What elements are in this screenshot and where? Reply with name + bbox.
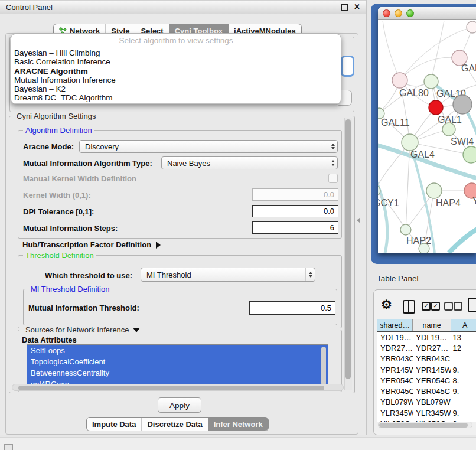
tab-impute-data[interactable]: Impute Data [87, 418, 142, 431]
threshold-definition-group: Threshold Definition Which threshold to … [18, 255, 342, 328]
mi-threshold-label: Mutual Information Threshold: [28, 304, 139, 312]
apply-button[interactable]: Apply [158, 397, 201, 413]
aracne-mode-combobox[interactable]: Discovery [79, 140, 338, 153]
dropdown-options: Bayesian – Hill ClimbingBasic Correlatio… [11, 48, 341, 103]
table-row[interactable]: YDR27…YDR27…12 [377, 343, 476, 353]
focused-combobox-fragment[interactable] [341, 56, 354, 77]
tab-label: Infer Network [214, 420, 263, 429]
threshold-definition-legend: Threshold Definition [23, 251, 96, 260]
node-label-y: Y [472, 196, 476, 206]
mi-threshold-field[interactable]: 0.5 [249, 301, 335, 315]
dropdown-option-basic-correlation-inference[interactable]: Basic Correlation Inference [14, 57, 341, 66]
manual-kernel-checkbox[interactable] [328, 174, 338, 183]
node-label-gal1: GAL1 [438, 115, 462, 125]
deselect-columns-icon[interactable] [444, 302, 453, 311]
sources-legend: Sources for Network Inference [23, 325, 142, 334]
mi-type-label: Mutual Information Algorithm Type: [23, 159, 152, 168]
deselect-columns-icon[interactable] [454, 302, 462, 311]
settings-hscrollbar-thumb[interactable] [18, 386, 324, 390]
restore-panel-icon[interactable] [4, 444, 13, 450]
network-node-hap4[interactable] [426, 183, 442, 198]
node-label-gal11: GAL11 [381, 118, 410, 128]
dropdown-option-bayesian-hill-climbing[interactable]: Bayesian – Hill Climbing [14, 48, 341, 57]
zoom-traffic-light-icon[interactable] [406, 9, 414, 17]
table-cell: 13 [451, 333, 476, 342]
settings-scrollbar-thumb[interactable] [345, 119, 351, 379]
divider-collapse-icon[interactable] [357, 217, 360, 223]
table-hscrollbar-thumb[interactable] [379, 423, 468, 428]
control-panel-title: Control Panel [6, 3, 53, 12]
column-header-shared-[interactable]: shared… [377, 319, 413, 331]
node-partial-top[interactable] [467, 21, 476, 33]
mi-threshold-group: MI Threshold Definition Mutual Informati… [23, 289, 337, 325]
node-red[interactable] [429, 100, 443, 115]
dropdown-option-dream8-dc-tdc-algorithm[interactable]: Dream8 DC_TDC Algorithm [14, 93, 341, 102]
tab-discretize-data[interactable]: Discretize Data [142, 418, 208, 431]
data-attributes-label: Data Attributes [22, 335, 77, 344]
table-cell: YLR345W [413, 409, 451, 418]
table-row[interactable]: YPR145WYPR145W9. [377, 364, 476, 375]
select-columns-icon[interactable]: ✓ [431, 302, 440, 311]
mi-type-combobox[interactable]: Naive Bayes [161, 156, 338, 169]
mi-threshold-value: 0.5 [321, 304, 331, 312]
table-row[interactable]: YLR345WYLR345W9. [377, 407, 476, 418]
minimize-traffic-light-icon[interactable] [395, 9, 402, 17]
gear-icon[interactable]: ⚙ [381, 298, 392, 312]
network-node-gal10[interactable] [424, 74, 438, 89]
node-label-swi4: SWI4 [451, 136, 474, 146]
close-icon[interactable]: ✕ [354, 4, 360, 11]
network-node-gal1[interactable] [442, 123, 455, 136]
node-partial-bottom[interactable] [419, 243, 429, 253]
attribute-item-selfloops[interactable]: SelfLoops [27, 345, 328, 356]
kernel-width-field[interactable]: 0.0 [252, 188, 338, 201]
collapse-arrow-icon[interactable] [133, 328, 140, 332]
dropdown-option-aracne-algorithm[interactable]: ARACNE Algorithm [14, 67, 341, 76]
table-row[interactable]: YDL19…YDL19…13 [377, 332, 476, 343]
attribute-item-betweennesscentrality[interactable]: BetweennessCentrality [27, 367, 328, 379]
new-document-icon[interactable] [468, 298, 476, 312]
dpi-tolerance-value: 0.0 [324, 207, 334, 216]
network-node-swi4[interactable] [463, 146, 476, 163]
node-table: shared…nameA YDL19…YDL19…13YDR27…YDR27…1… [377, 319, 476, 422]
column-header-a[interactable]: A [451, 319, 476, 331]
sources-group: Sources for Network Inference Data Attri… [18, 330, 342, 392]
which-threshold-combobox[interactable]: MI Threshold [141, 268, 315, 282]
node-label-gal: GAL [461, 63, 476, 73]
mi-steps-label: Mutual Information Steps: [23, 224, 118, 233]
settings-hscrollbar[interactable] [12, 384, 344, 391]
dpi-tolerance-field[interactable]: 0.0 [252, 205, 338, 217]
table-row[interactable]: YBR043CYBR043C [377, 354, 476, 364]
dpi-tolerance-label: DPI Tolerance [0,1]: [23, 207, 94, 216]
hub-definition-toggle[interactable]: Hub/Transcription Factor Definition [22, 240, 161, 249]
select-columns-icon[interactable]: ✓ [422, 302, 431, 311]
network-node-gal4[interactable] [402, 134, 418, 151]
table-row[interactable]: YBL079WYBL079W [377, 397, 476, 407]
table-cell: 12 [451, 344, 476, 353]
mi-threshold-legend: MI Threshold Definition [28, 285, 112, 294]
network-node-hap2[interactable] [400, 224, 411, 235]
tab-infer-network[interactable]: Infer Network [208, 418, 268, 431]
table-header: shared…nameA [377, 319, 476, 332]
table-cell: YDL19… [413, 333, 451, 342]
table-row[interactable]: YER054CYER054C8. [377, 375, 476, 386]
float-window-icon[interactable] [341, 4, 348, 11]
network-canvas[interactable]: GALGAL80GAL10GAL11GAL1SWI4GAL4GCY1HAP4YH… [378, 21, 476, 253]
table-cell: YBL079W [413, 397, 451, 406]
dropdown-option-mutual-information-inference[interactable]: Mutual Information Inference [14, 76, 341, 84]
mi-steps-field[interactable]: 6 [252, 221, 338, 234]
kernel-width-value: 0.0 [324, 190, 334, 199]
attribute-item-topologicalcoefficient[interactable]: TopologicalCoefficient [27, 356, 328, 367]
network-node-gal80[interactable] [392, 73, 407, 88]
network-window-titlebar [378, 7, 476, 20]
data-attributes-list[interactable]: SelfLoopsTopologicalCoefficientBetweenne… [27, 344, 328, 389]
aracne-mode-label: Aracne Mode: [23, 142, 74, 151]
split-table-icon[interactable] [403, 300, 415, 314]
attributes-scrollbar-thumb[interactable] [321, 347, 326, 386]
dropdown-option-bayesian-k2[interactable]: Bayesian – K2 [14, 84, 341, 93]
table-row[interactable]: YBR045CYBR045C9. [377, 386, 476, 396]
table-cell: YER054C [413, 376, 451, 385]
close-traffic-light-icon[interactable] [383, 9, 390, 17]
column-header-name[interactable]: name [413, 319, 451, 331]
node-gray[interactable] [453, 95, 472, 114]
stepper-icon [328, 157, 337, 169]
